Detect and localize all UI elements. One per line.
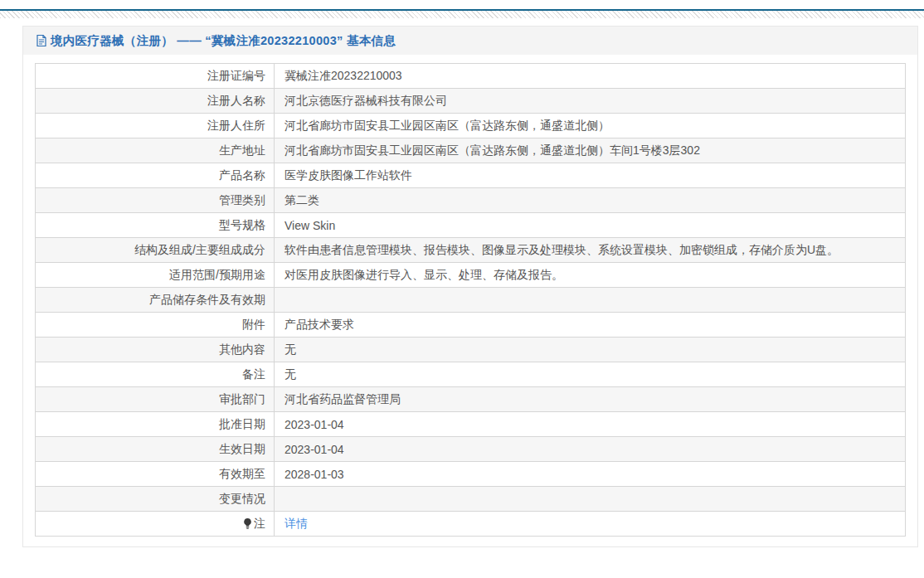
row-label: 注册人住所	[36, 114, 275, 138]
row-value: 软件由患者信息管理模块、报告模块、图像显示及处理模块、系统设置模块、加密锁组成，…	[275, 238, 906, 263]
row-value	[275, 487, 906, 512]
row-label: 管理类别	[36, 188, 275, 213]
table-row: 备注无	[36, 362, 906, 387]
row-value: 无	[275, 338, 906, 362]
row-value: 2023-01-04	[275, 437, 906, 462]
table-row: 产品储存条件及有效期	[36, 288, 906, 313]
row-value: 冀械注准20232210003	[275, 64, 906, 89]
row-label: 适用范围/预期用途	[36, 263, 275, 288]
row-value: 2028-01-03	[275, 462, 906, 487]
row-value: 河北省廊坊市固安县工业园区南区（富达路东侧，通盛道北侧）	[275, 114, 906, 138]
row-value: 详情	[275, 512, 906, 537]
table-row: 审批部门河北省药品监督管理局	[36, 387, 906, 412]
table-row: 变更情况	[36, 487, 906, 512]
table-row: 生效日期2023-01-04	[36, 437, 906, 462]
row-value: 2023-01-04	[275, 412, 906, 437]
row-label: 批准日期	[36, 412, 275, 437]
registration-info-table: 注册证编号冀械注准20232210003注册人名称河北京德医疗器械科技有限公司注…	[35, 63, 906, 537]
row-label-text: 注	[254, 517, 265, 530]
row-value: 河北省廊坊市固安县工业园区南区（富达路东侧，通盛道北侧）车间1号楼3层302	[275, 138, 906, 163]
row-value	[275, 288, 906, 313]
row-label: 产品储存条件及有效期	[36, 288, 275, 313]
row-label: 变更情况	[36, 487, 275, 512]
row-label: 注册证编号	[36, 64, 275, 89]
row-value: View Skin	[275, 213, 906, 238]
table-row: 生产地址河北省廊坊市固安县工业园区南区（富达路东侧，通盛道北侧）车间1号楼3层3…	[36, 138, 906, 163]
table-row: 有效期至2028-01-03	[36, 462, 906, 487]
page-title-bar: 境内医疗器械（注册） —— “冀械注准20232210003” 基本信息	[23, 27, 917, 55]
row-label: 备注	[36, 362, 275, 387]
row-value: 河北省药品监督管理局	[275, 387, 906, 412]
row-value: 第二类	[275, 188, 906, 213]
table-row: 产品名称医学皮肤图像工作站软件	[36, 163, 906, 188]
row-label: 有效期至	[36, 462, 275, 487]
table-row: 注册证编号冀械注准20232210003	[36, 64, 906, 89]
table-row: 注册人住所河北省廊坊市固安县工业园区南区（富达路东侧，通盛道北侧）	[36, 114, 906, 138]
row-label: 结构及组成/主要组成成分	[36, 238, 275, 263]
row-value: 对医用皮肤图像进行导入、显示、处理、存储及报告。	[275, 263, 906, 288]
row-value: 产品技术要求	[275, 313, 906, 338]
registration-detail-panel: 境内医疗器械（注册） —— “冀械注准20232210003” 基本信息 注册证…	[22, 26, 918, 547]
table-row: 注册人名称河北京德医疗器械科技有限公司	[36, 89, 906, 114]
row-label: 附件	[36, 313, 275, 338]
row-label: 其他内容	[36, 338, 275, 362]
row-label: 注	[36, 512, 275, 537]
row-label: 产品名称	[36, 163, 275, 188]
hatch-band	[0, 11, 924, 18]
document-icon	[36, 34, 47, 47]
table-row: 批准日期2023-01-04	[36, 412, 906, 437]
row-label: 审批部门	[36, 387, 275, 412]
table-row: 结构及组成/主要组成成分软件由患者信息管理模块、报告模块、图像显示及处理模块、系…	[36, 238, 906, 263]
page-title: 境内医疗器械（注册） —— “冀械注准20232210003” 基本信息	[51, 33, 396, 49]
table-row: 适用范围/预期用途对医用皮肤图像进行导入、显示、处理、存储及报告。	[36, 263, 906, 288]
row-value: 无	[275, 362, 906, 387]
row-label: 型号规格	[36, 213, 275, 238]
table-row: 其他内容无	[36, 338, 906, 362]
row-value: 河北京德医疗器械科技有限公司	[275, 89, 906, 114]
detail-link[interactable]: 详情	[284, 517, 308, 530]
table-row: 管理类别第二类	[36, 188, 906, 213]
row-label: 生产地址	[36, 138, 275, 163]
row-label: 生效日期	[36, 437, 275, 462]
row-label: 注册人名称	[36, 89, 275, 114]
table-row: 附件产品技术要求	[36, 313, 906, 338]
table-row: 型号规格View Skin	[36, 213, 906, 238]
row-value: 医学皮肤图像工作站软件	[275, 163, 906, 188]
table-row: 注详情	[36, 512, 906, 537]
